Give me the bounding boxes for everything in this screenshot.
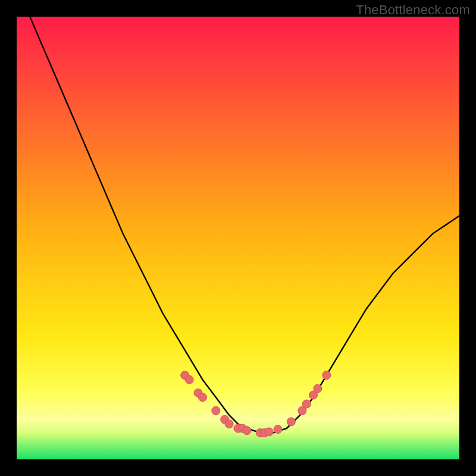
data-marker xyxy=(322,371,331,380)
data-marker xyxy=(243,427,251,435)
data-marker xyxy=(212,406,220,415)
data-marker xyxy=(302,400,311,408)
plot-svg xyxy=(17,17,459,459)
gradient-bg xyxy=(17,17,459,459)
plot-frame xyxy=(17,17,459,459)
data-marker xyxy=(274,425,282,433)
data-marker xyxy=(199,393,207,402)
data-marker xyxy=(225,420,233,428)
data-marker xyxy=(185,375,193,384)
data-marker xyxy=(314,384,322,393)
data-marker xyxy=(287,418,295,426)
data-marker xyxy=(265,428,273,436)
watermark-text: TheBottleneck.com xyxy=(356,2,470,18)
